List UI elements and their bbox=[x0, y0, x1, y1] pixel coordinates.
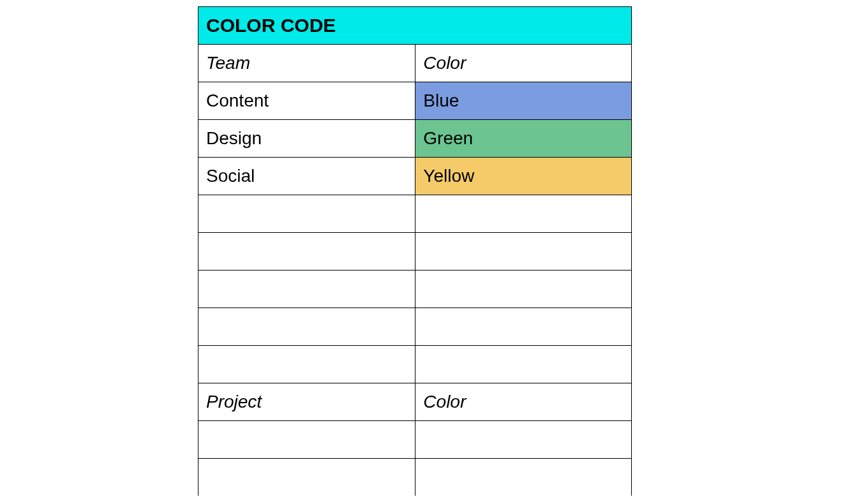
empty-cell[interactable] bbox=[415, 195, 632, 233]
color-cell-blue[interactable]: Blue bbox=[415, 82, 632, 120]
team-cell-design[interactable]: Design bbox=[198, 120, 415, 158]
empty-cell[interactable] bbox=[198, 271, 415, 308]
team-row-content: Content Blue bbox=[198, 82, 632, 120]
empty-cell[interactable] bbox=[198, 195, 415, 233]
color-cell-green[interactable]: Green bbox=[415, 120, 632, 158]
empty-row bbox=[198, 459, 632, 496]
empty-row bbox=[198, 271, 632, 308]
project-color-header[interactable]: Color bbox=[415, 383, 632, 421]
empty-cell[interactable] bbox=[198, 233, 415, 271]
spreadsheet-container: COLOR CODE Team Color Content Blue Desig… bbox=[0, 0, 868, 496]
empty-cell[interactable] bbox=[415, 233, 632, 271]
title-row: COLOR CODE bbox=[198, 7, 632, 45]
team-cell-social[interactable]: Social bbox=[198, 158, 415, 195]
empty-cell[interactable] bbox=[198, 346, 415, 383]
project-header[interactable]: Project bbox=[198, 383, 415, 421]
color-header[interactable]: Color bbox=[415, 45, 632, 82]
empty-cell[interactable] bbox=[198, 459, 415, 496]
empty-cell[interactable] bbox=[415, 271, 632, 308]
team-row-design: Design Green bbox=[198, 120, 632, 158]
empty-cell[interactable] bbox=[415, 459, 632, 496]
empty-cell[interactable] bbox=[415, 346, 632, 383]
empty-cell[interactable] bbox=[415, 421, 632, 459]
title-cell[interactable]: COLOR CODE bbox=[198, 7, 632, 45]
empty-cell[interactable] bbox=[415, 308, 632, 346]
team-row-social: Social Yellow bbox=[198, 158, 632, 195]
empty-cell[interactable] bbox=[198, 421, 415, 459]
team-header-row: Team Color bbox=[198, 45, 632, 82]
empty-row bbox=[198, 346, 632, 383]
empty-row bbox=[198, 233, 632, 271]
empty-row bbox=[198, 421, 632, 459]
empty-cell[interactable] bbox=[198, 308, 415, 346]
team-cell-content[interactable]: Content bbox=[198, 82, 415, 120]
empty-row bbox=[198, 308, 632, 346]
project-header-row: Project Color bbox=[198, 383, 632, 421]
color-code-table: COLOR CODE Team Color Content Blue Desig… bbox=[198, 6, 632, 496]
team-header[interactable]: Team bbox=[198, 45, 415, 82]
color-cell-yellow[interactable]: Yellow bbox=[415, 158, 632, 195]
empty-row bbox=[198, 195, 632, 233]
